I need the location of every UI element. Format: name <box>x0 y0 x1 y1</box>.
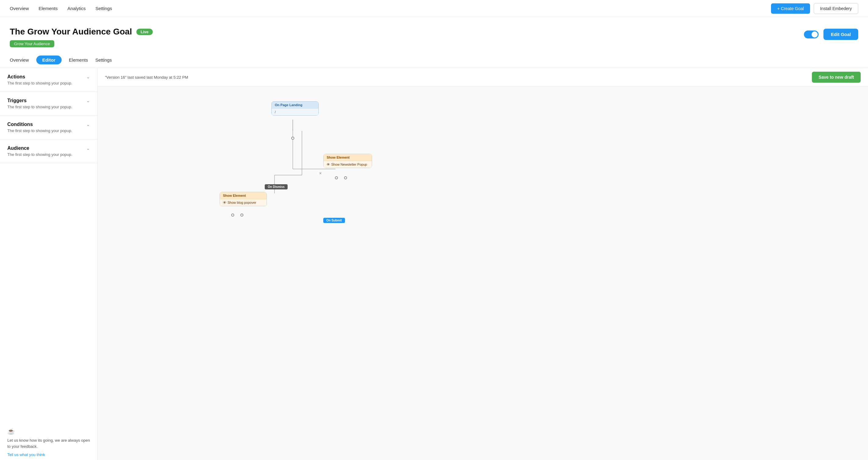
sidebar-section-triggers: Triggers ⌄ The first step to showing you… <box>0 92 97 116</box>
tab-overview[interactable]: Overview <box>10 56 29 64</box>
node-show-element-2-body: 👁 Show blog popover <box>220 199 267 206</box>
node-show-element-2-body-row: 👁 Show blog popover <box>223 201 264 204</box>
top-nav: Overview Elements Analytics Settings + C… <box>0 0 868 17</box>
sidebar-section-conditions-header[interactable]: Conditions ⌄ <box>7 122 90 127</box>
edit-goal-button[interactable]: Edit Goal <box>824 29 858 40</box>
canvas[interactable]: On Page Landing / Show Element 👁 Show Ne… <box>98 87 868 460</box>
connector-lines <box>98 87 868 460</box>
sidebar-section-audience-desc: The first step to showing your popup. <box>7 152 90 157</box>
sidebar-section-audience-header[interactable]: Audience ⌄ <box>7 146 90 151</box>
node-on-dismiss[interactable]: On Dismiss <box>265 184 288 189</box>
sidebar-section-actions-header[interactable]: Actions ⌄ <box>7 74 90 80</box>
sidebar-section-actions: Actions ⌄ The first step to showing your… <box>0 68 97 92</box>
feedback-link[interactable]: Tell us what you think <box>7 452 45 457</box>
sidebar-section-conditions: Conditions ⌄ The first step to showing y… <box>0 116 97 140</box>
sub-nav: Overview Editor Elements Settings <box>0 52 868 68</box>
chevron-down-icon-triggers: ⌄ <box>86 98 90 103</box>
connector-dot-4 <box>231 214 234 217</box>
chevron-down-icon-audience: ⌄ <box>86 146 90 151</box>
connector-dot-1 <box>291 137 294 140</box>
sidebar-section-triggers-title: Triggers <box>7 98 27 103</box>
goal-toggle[interactable] <box>804 31 818 38</box>
node-show-element-1-body-row: 👁 Show Newsletter Popup <box>327 162 369 166</box>
sidebar-section-conditions-desc: The first step to showing your popup. <box>7 128 90 133</box>
node-on-submit[interactable]: On Submit <box>323 218 345 223</box>
connector-dot-5 <box>240 214 243 217</box>
node-show-element-2-label: Show blog popover <box>227 201 256 204</box>
goal-tag-badge: Grow Your Audience <box>10 40 54 47</box>
node-show-element-1-label: Show Newsletter Popup <box>331 162 367 166</box>
chevron-down-icon-conditions: ⌄ <box>86 122 90 127</box>
sidebar: Actions ⌄ The first step to showing your… <box>0 68 98 460</box>
node-show-element-1-header: Show Element <box>323 154 372 161</box>
main-layout: Actions ⌄ The first step to showing your… <box>0 68 868 460</box>
node-show-element-1-body: 👁 Show Newsletter Popup <box>323 161 372 168</box>
page-title: The Grow Your Audience Goal <box>10 27 132 37</box>
x-close-mark[interactable]: ✕ <box>319 172 322 175</box>
sidebar-section-triggers-desc: The first step to showing your popup. <box>7 104 90 109</box>
top-nav-links: Overview Elements Analytics Settings <box>10 5 761 12</box>
page-title-row: The Grow Your Audience Goal Live <box>10 27 153 37</box>
nav-overview[interactable]: Overview <box>10 5 29 12</box>
sidebar-section-conditions-title: Conditions <box>7 122 33 127</box>
tab-editor[interactable]: Editor <box>36 56 62 64</box>
nav-analytics[interactable]: Analytics <box>67 5 86 12</box>
chevron-down-icon-actions: ⌄ <box>86 74 90 79</box>
node-on-page-landing[interactable]: On Page Landing / <box>272 101 319 116</box>
install-embedery-button[interactable]: Install Embedery <box>814 3 858 14</box>
page-header-left: The Grow Your Audience Goal Live Grow Yo… <box>10 27 153 47</box>
page-header: The Grow Your Audience Goal Live Grow Yo… <box>0 17 868 52</box>
nav-settings[interactable]: Settings <box>95 5 112 12</box>
sidebar-footer-text: Let us know how its going, we are always… <box>7 437 90 449</box>
sidebar-section-actions-desc: The first step to showing your popup. <box>7 81 90 85</box>
version-text: "Version 16" last saved last Monday at 5… <box>105 75 188 80</box>
tab-elements[interactable]: Elements <box>69 56 88 64</box>
sidebar-section-audience-title: Audience <box>7 146 29 151</box>
eye-icon-2: 👁 <box>223 201 226 204</box>
create-goal-button[interactable]: + Create Goal <box>771 3 810 14</box>
tab-settings[interactable]: Settings <box>95 56 112 64</box>
sidebar-footer: ☕ Let us know how its going, we are alwa… <box>0 420 97 460</box>
connector-dot-3 <box>344 176 347 179</box>
top-nav-actions: + Create Goal Install Embedery <box>771 3 858 14</box>
node-show-element-2-header: Show Element <box>220 192 267 199</box>
node-on-page-landing-header: On Page Landing <box>272 101 318 108</box>
sidebar-section-triggers-header[interactable]: Triggers ⌄ <box>7 98 90 103</box>
coffee-icon: ☕ <box>7 428 90 435</box>
save-draft-button[interactable]: Save to new draft <box>812 72 861 83</box>
connector-dot-2 <box>335 176 338 179</box>
node-show-element-2[interactable]: Show Element 👁 Show blog popover <box>220 192 267 206</box>
canvas-toolbar: "Version 16" last saved last Monday at 5… <box>98 68 868 87</box>
nav-elements[interactable]: Elements <box>39 5 58 12</box>
sidebar-section-actions-title: Actions <box>7 74 25 80</box>
sidebar-section-audience: Audience ⌄ The first step to showing you… <box>0 140 97 163</box>
canvas-area: "Version 16" last saved last Monday at 5… <box>98 68 868 460</box>
live-badge: Live <box>136 29 153 35</box>
page-header-right: Edit Goal <box>804 27 858 40</box>
node-show-element-1[interactable]: Show Element 👁 Show Newsletter Popup <box>323 154 372 168</box>
eye-icon: 👁 <box>327 162 330 166</box>
node-on-page-landing-body: / <box>272 108 318 115</box>
